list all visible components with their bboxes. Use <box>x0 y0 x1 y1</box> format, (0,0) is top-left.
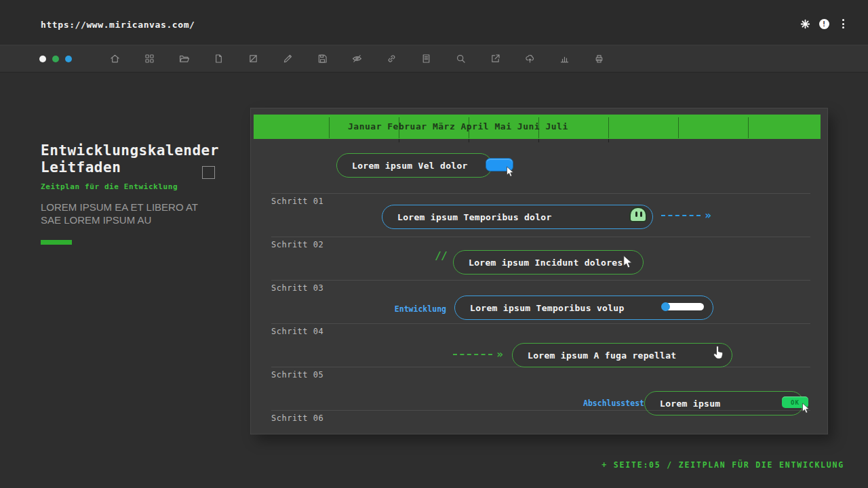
month-tick <box>399 139 399 142</box>
slash-marks: // <box>435 250 448 262</box>
row-divider <box>271 237 810 237</box>
canvas-pill-2[interactable]: Lorem ipsum Temporibus dolor <box>382 205 653 229</box>
cloud-upload-icon[interactable] <box>524 53 536 64</box>
arrow-head-icon: » <box>705 209 711 222</box>
entwicklung-tag[interactable]: Entwicklung <box>387 304 446 314</box>
canvas-pill-3[interactable]: Lorem ipsum Incidunt dolores <box>453 250 644 274</box>
toolbar <box>0 45 868 73</box>
month-divider <box>748 117 749 138</box>
month-divider <box>399 117 399 138</box>
kebab-menu-icon[interactable] <box>837 18 849 30</box>
step-label: Schritt 05 <box>271 370 323 380</box>
placeholder-box <box>202 166 215 179</box>
home-icon[interactable] <box>109 53 121 64</box>
month-divider <box>538 117 539 138</box>
info-glyph: ! <box>819 19 829 29</box>
canvas-pill-6[interactable]: Lorem ipsum <box>644 391 804 415</box>
notes-icon[interactable] <box>420 53 432 64</box>
chart-icon[interactable] <box>559 53 570 64</box>
abschlusstest-tag[interactable]: Abschlusstest <box>582 399 644 408</box>
page-description: LOREM IPSUM EA ET LIBERO AT SAE LOREM IP… <box>41 201 200 226</box>
info-icon[interactable]: ! <box>818 18 830 30</box>
month-divider <box>329 117 330 138</box>
pill-label: Lorem ipsum Incidunt dolores <box>469 258 623 268</box>
link-icon[interactable] <box>386 53 397 64</box>
step-label: Schritt 01 <box>271 197 323 206</box>
month-divider <box>678 117 679 138</box>
month-divider <box>608 117 609 138</box>
tool-icons <box>109 53 605 64</box>
dot-blue[interactable] <box>65 56 72 62</box>
pill-label: Lorem ipsum A fuga repellat <box>528 350 676 361</box>
page-indicator: + SEITE:05 / ZEITPLAN FÜR DIE ENTWICKLUN… <box>601 460 844 470</box>
row-divider <box>271 323 810 324</box>
cursor-arrow-icon <box>506 166 515 178</box>
row-divider <box>271 280 810 281</box>
cursor-arrow-icon <box>802 403 810 414</box>
month-divider <box>469 117 469 138</box>
folder-icon[interactable] <box>178 53 190 64</box>
dot-green[interactable] <box>52 56 59 62</box>
canvas-pill-1[interactable]: Lorem ipsum Vel dolor <box>336 153 492 178</box>
pill-label: Lorem ipsum Temporibus volup <box>470 303 625 313</box>
pill-label: Lorem ipsum <box>660 399 720 409</box>
url-text[interactable]: https://www.miricanvas.com/ <box>41 20 195 30</box>
slider-thumb[interactable] <box>661 302 670 311</box>
step-label: Schritt 06 <box>271 413 323 423</box>
step-label: Schritt 03 <box>271 283 323 293</box>
gear-icon[interactable] <box>799 18 811 30</box>
month-tick <box>538 139 539 142</box>
blob-sticker-icon[interactable] <box>629 207 647 222</box>
pill-label: Lorem ipsum Temporibus dolor <box>397 212 552 222</box>
months-header[interactable]: Januar Februar März April Mai Juni Juli <box>254 115 821 139</box>
window-dots <box>39 56 72 62</box>
canvas-pill-5[interactable]: Lorem ipsum A fuga repellat <box>512 343 732 367</box>
dashed-arrow-green[interactable]: » <box>453 354 492 355</box>
pill-label: Lorem ipsum Vel dolor <box>352 161 468 171</box>
arrow-head-icon: » <box>496 348 503 361</box>
browser-topbar: https://www.miricanvas.com/ ! <box>0 0 868 45</box>
file-icon[interactable] <box>213 53 224 64</box>
cursor-arrow-icon <box>623 255 633 269</box>
month-tick <box>608 139 609 142</box>
printer-icon[interactable] <box>593 53 605 64</box>
month-tick <box>469 139 469 142</box>
crop-icon[interactable] <box>248 53 259 64</box>
dashed-arrow-blue[interactable]: » <box>661 215 701 216</box>
months-label: Januar Februar März April Mai Juni Juli <box>348 121 568 131</box>
row-divider <box>271 193 810 194</box>
progress-slider[interactable] <box>662 303 704 310</box>
pen-icon[interactable] <box>282 53 294 64</box>
grid-icon[interactable] <box>144 53 155 64</box>
accent-bar <box>41 240 72 245</box>
topbar-actions: ! <box>799 18 849 30</box>
dot-white[interactable] <box>39 56 46 62</box>
save-icon[interactable] <box>317 53 328 64</box>
step-label: Schritt 02 <box>271 240 323 249</box>
page-title: Entwicklungskalender Leitfaden <box>41 142 219 176</box>
eye-off-icon[interactable] <box>351 53 363 64</box>
step-label: Schritt 04 <box>271 327 323 336</box>
design-canvas[interactable]: Januar Februar März April Mai Juni Juli … <box>251 108 827 434</box>
page-subtitle: Zeitplan für die Entwicklung <box>41 182 178 191</box>
search-icon[interactable] <box>455 53 467 64</box>
hand-cursor-icon <box>712 346 724 359</box>
screen: https://www.miricanvas.com/ ! <box>0 0 868 488</box>
share-icon[interactable] <box>490 53 501 64</box>
